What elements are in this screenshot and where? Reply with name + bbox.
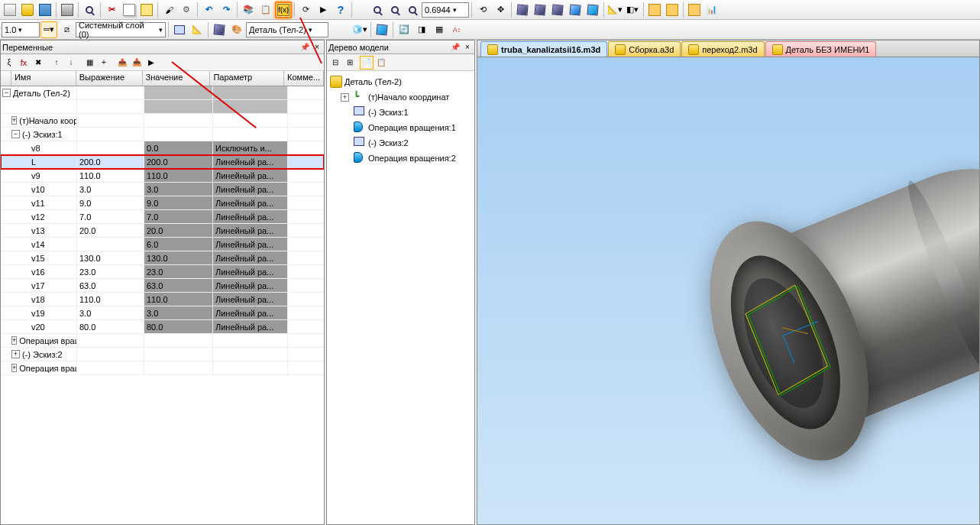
document-tab[interactable]: Сборка.a3d (608, 41, 681, 57)
zoom-combo[interactable]: 0.6944 (422, 2, 469, 18)
tree-mode3-button[interactable]: 📄 (360, 56, 374, 70)
rebuild-button[interactable]: ⟳ (297, 2, 314, 18)
vars-group-row[interactable]: +Операция вращения:1 (1, 334, 324, 348)
variable-row[interactable]: v14 6.0 Линейный ра... (1, 238, 324, 251)
feat1-button[interactable] (646, 2, 663, 18)
vars-exec-button[interactable]: ▶ (144, 56, 158, 70)
hidden-button[interactable] (532, 2, 548, 18)
variable-row[interactable]: v16 23.0 23.0 Линейный ра... (1, 265, 324, 279)
variable-row[interactable]: v18 110.0 110.0 Линейный ра... (1, 293, 324, 306)
grid-button[interactable]: ▦ (431, 21, 448, 38)
variable-row[interactable]: v20 80.0 80.0 Линейный ра... (1, 320, 324, 334)
zoom-in-button[interactable] (387, 2, 403, 18)
new-button[interactable] (2, 2, 18, 18)
dim-button[interactable]: A↕ (448, 21, 465, 38)
vars-group-row[interactable]: −(-) Эскиз:1 (1, 128, 324, 141)
vars-up-button[interactable]: ↑ (50, 56, 63, 70)
vars-insert-button[interactable]: + (97, 56, 111, 70)
preview-button[interactable] (81, 2, 98, 18)
panel-pin-icon[interactable]: 📌 (450, 43, 461, 51)
vars-root-row[interactable]: −Деталь (Тел-2) (1, 86, 324, 100)
panel-close-icon[interactable]: × (462, 43, 473, 51)
vars-import-button[interactable]: 📥 (130, 56, 144, 70)
wireframe-button[interactable] (514, 2, 531, 18)
color-button[interactable]: 🎨 (228, 21, 245, 38)
panel-pin-icon[interactable]: 📌 (299, 43, 310, 51)
properties-button[interactable]: ⚙ (178, 2, 195, 18)
document-tab[interactable]: Деталь БЕЗ ИМЕНИ1 (765, 41, 877, 57)
vars-down-button[interactable]: ↓ (64, 56, 78, 70)
tree-mode4-button[interactable]: 📋 (374, 56, 388, 70)
vars-del-button[interactable]: ✖ (31, 56, 45, 70)
tree-node[interactable]: (-) Эскиз:2 (330, 135, 471, 151)
feat2-button[interactable] (664, 2, 681, 18)
col-expr[interactable]: Выражение (76, 71, 143, 86)
help-button[interactable]: ? (332, 2, 349, 18)
col-comm[interactable]: Комме... (284, 71, 324, 86)
variable-row[interactable]: v19 3.0 3.0 Линейный ра... (1, 306, 324, 320)
print-button[interactable] (59, 2, 76, 18)
col-param[interactable]: Параметр (210, 71, 284, 86)
3d-scene[interactable] (477, 57, 979, 524)
tree-node[interactable]: (-) Эскиз:1 (330, 105, 471, 120)
save-button[interactable] (37, 2, 53, 18)
shaded-edge-button[interactable] (567, 2, 584, 18)
sketch2-button[interactable]: 📐 (189, 21, 205, 38)
orient-button[interactable]: 📐▾ (606, 2, 623, 18)
tree-node[interactable]: Операция вращения:1 (330, 120, 471, 135)
vars-group-row[interactable]: +(т)Начало координат (1, 114, 324, 128)
layers-button[interactable]: ◨ (413, 21, 430, 38)
variables-fx-button[interactable]: f(x) (275, 2, 292, 18)
panel-close-icon[interactable]: × (312, 43, 322, 51)
col-val[interactable]: Значение (143, 71, 211, 86)
document-tab[interactable]: truba_kanalizatsii16.m3d (480, 41, 607, 57)
tree-node[interactable]: Операция вращения:2 (330, 151, 471, 166)
layer-combo[interactable]: Системный слой (0) (76, 22, 166, 37)
section-button[interactable]: ◧▾ (624, 2, 641, 18)
update-button[interactable]: 🔄 (396, 21, 412, 38)
open-button[interactable] (19, 2, 36, 18)
variable-row[interactable]: v11 9.0 9.0 Линейный ра... (1, 196, 324, 210)
vars-group-row[interactable]: +Операция вращения:2 (1, 361, 324, 375)
render-button[interactable] (374, 21, 390, 38)
select-arrow-button[interactable]: ▶ (315, 2, 332, 18)
vars-export-button[interactable]: 📤 (115, 56, 129, 70)
shaded-button[interactable] (549, 2, 566, 18)
variable-row[interactable]: v12 7.0 7.0 Линейный ра... (1, 210, 324, 224)
vars-fx-button[interactable]: fx (17, 56, 31, 70)
line-style-button[interactable]: ═▾ (40, 21, 57, 38)
tree-mode2-button[interactable]: ⊞ (343, 56, 357, 70)
tree-node[interactable]: +┗(т)Начало координат (330, 89, 471, 105)
feat3-button[interactable] (686, 2, 703, 18)
variable-row[interactable]: v9 110.0 110.0 Линейный ра... (1, 169, 324, 183)
redo-button[interactable]: ↷ (218, 2, 234, 18)
cut-button[interactable]: ✂ (103, 2, 120, 18)
vars-add-button[interactable]: ξ (2, 56, 16, 70)
vars-table-button[interactable]: ▦ (82, 56, 96, 70)
line-width-combo[interactable]: 1.0 (2, 22, 40, 37)
zoom-fit-button[interactable] (404, 2, 421, 18)
rotate-button[interactable]: ⟲ (474, 2, 491, 18)
tree-mode1-button[interactable]: ⊟ (328, 56, 342, 70)
paste-button[interactable] (138, 2, 155, 18)
variable-row[interactable]: v17 63.0 63.0 Линейный ра... (1, 279, 324, 293)
material-button[interactable]: 🧊▾ (351, 21, 368, 38)
body-button[interactable] (211, 21, 228, 38)
vars-blank-row[interactable] (1, 100, 324, 114)
document-tab[interactable]: переход2.m3d (681, 41, 764, 57)
report-button[interactable]: 📊 (703, 2, 720, 18)
undo-button[interactable]: ↶ (200, 2, 217, 18)
manager-button[interactable]: 📋 (257, 2, 274, 18)
variable-row[interactable]: v8 0.0 Исключить и... (1, 141, 324, 155)
library-button[interactable]: 📚 (240, 2, 257, 18)
variable-row[interactable]: v15 130.0 130.0 Линейный ра... (1, 251, 324, 265)
vars-group-row[interactable]: +(-) Эскиз:2 (1, 348, 324, 361)
persp-button[interactable] (584, 2, 601, 18)
col-name[interactable]: Имя (11, 71, 76, 86)
part-combo[interactable]: Деталь (Тел-2) (246, 22, 328, 37)
zoom-window-button[interactable] (369, 2, 386, 18)
pan-button[interactable]: ✥ (492, 2, 509, 18)
copy-button[interactable] (121, 2, 137, 18)
hatch-button[interactable]: ⧄ (58, 21, 75, 38)
format-painter-button[interactable]: 🖌 (160, 2, 177, 18)
